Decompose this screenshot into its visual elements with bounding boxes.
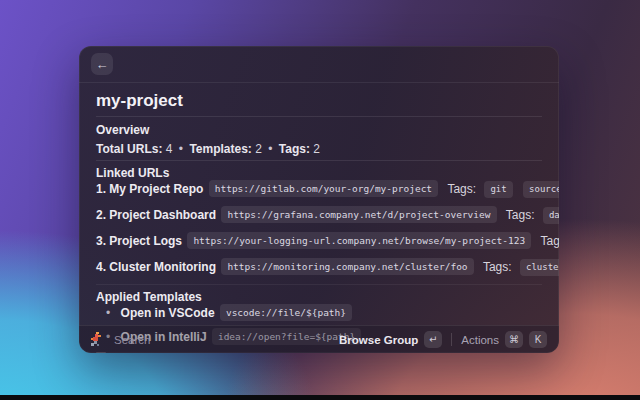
linked-urls-heading: Linked URLs <box>96 166 542 180</box>
overview-stats: Total URLs: 4 • Templates: 2 • Tags: 2 <box>96 143 542 156</box>
tag-chip: git <box>484 181 512 198</box>
browse-group-button[interactable]: Browse Group ↵ <box>337 329 444 350</box>
url-name: Cluster Monitoring <box>109 260 216 274</box>
back-button[interactable]: ← <box>91 53 113 75</box>
stat-label: Tags: <box>279 142 310 156</box>
divider <box>96 284 542 285</box>
extension-icon <box>89 332 104 348</box>
detail-content: my-project Overview Total URLs: 4 • Temp… <box>79 91 559 353</box>
stat-value: 2 <box>313 142 320 156</box>
tags-label: Tags: <box>483 260 512 274</box>
divider <box>96 116 542 117</box>
actions-button[interactable]: Actions ⌘ K <box>459 329 549 350</box>
template-chip: vscode://file/${path} <box>220 304 352 321</box>
bullet-icon: • <box>106 306 110 320</box>
footer-divider <box>451 333 452 346</box>
stat-value: 4 <box>166 142 173 156</box>
stat-label: Total URLs: <box>96 142 162 156</box>
stat-label: Templates: <box>189 142 251 156</box>
linked-url-item: 3. Project Logs https://your-logging-url… <box>96 232 542 250</box>
actions-label: Actions <box>461 334 499 346</box>
linked-url-item: 4. Cluster Monitoring https://monitoring… <box>96 258 542 276</box>
url-name: My Project Repo <box>109 182 203 196</box>
launcher-window: ← my-project Overview Total URLs: 4 • Te… <box>79 46 559 353</box>
linked-url-item: 2. Project Dashboard https://grafana.com… <box>96 206 542 224</box>
browse-group-label: Browse Group <box>339 334 418 346</box>
page-title: my-project <box>96 91 542 110</box>
template-item: • Open in VSCode vscode://file/${path} <box>96 304 542 321</box>
footer-bar: Browse Group ↵ Actions ⌘ K <box>79 325 559 353</box>
url-chip: https://gitlab.com/your-org/my-project <box>209 180 438 197</box>
k-key-icon: K <box>529 331 547 348</box>
stat-separator: • <box>179 142 183 156</box>
url-index: 2. <box>96 208 106 222</box>
enter-key-icon: ↵ <box>424 331 442 348</box>
tag-chip: cluster <box>520 259 559 276</box>
applied-templates-heading: Applied Templates <box>96 290 542 304</box>
stat-separator: • <box>268 142 272 156</box>
url-index: 1. <box>96 182 106 196</box>
tag-chip: source-code <box>523 181 559 198</box>
cmd-key-icon: ⌘ <box>505 331 523 348</box>
url-chip: https://your-logging-url.company.net/bro… <box>187 232 531 249</box>
back-arrow-icon: ← <box>96 58 109 71</box>
template-name: Open in VSCode <box>121 306 215 320</box>
url-name: Project Logs <box>109 234 182 248</box>
tag-chip: dashboard <box>543 207 559 224</box>
url-index: 4. <box>96 260 106 274</box>
linked-url-item: 1. My Project Repo https://gitlab.com/yo… <box>96 180 542 198</box>
window-header: ← <box>79 46 559 83</box>
url-index: 3. <box>96 234 106 248</box>
tags-label: Tags: <box>540 234 559 248</box>
search-input[interactable] <box>112 333 302 347</box>
stat-value: 2 <box>255 142 262 156</box>
tags-label: Tags: <box>506 208 535 222</box>
url-chip: https://grafana.company.net/d/project-ov… <box>221 206 496 223</box>
tags-label: Tags: <box>447 182 476 196</box>
overview-heading: Overview <box>96 123 542 137</box>
url-name: Project Dashboard <box>109 208 216 222</box>
screen-bottom-strip <box>0 395 640 400</box>
divider <box>96 160 542 161</box>
url-chip: https://monitoring.company.net/cluster/f… <box>221 258 473 275</box>
footer-actions: Browse Group ↵ Actions ⌘ K <box>337 329 549 350</box>
